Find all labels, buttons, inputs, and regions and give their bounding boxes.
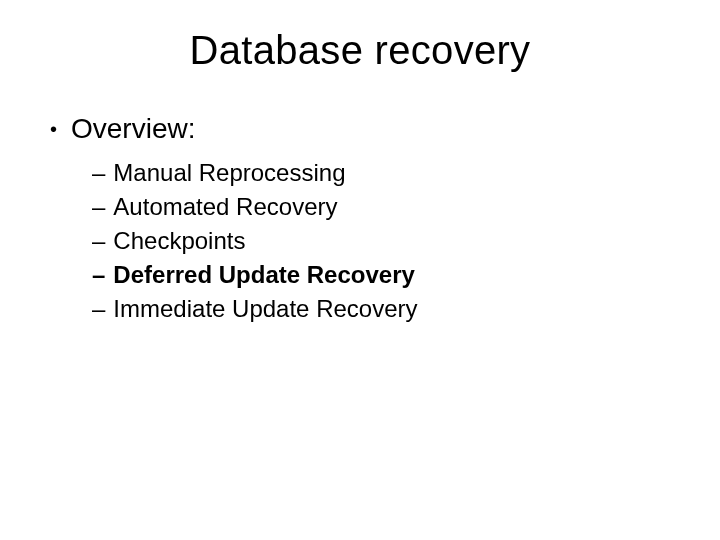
- list-item: – Manual Reprocessing: [92, 159, 670, 187]
- slide-title: Database recovery: [50, 28, 670, 73]
- list-item: – Checkpoints: [92, 227, 670, 255]
- overview-label: Overview:: [71, 113, 195, 145]
- list-item-text: Immediate Update Recovery: [113, 295, 417, 323]
- dash-icon: –: [92, 227, 105, 255]
- list-item-text: Deferred Update Recovery: [113, 261, 414, 289]
- bullet-icon: •: [50, 119, 57, 139]
- list-item-text: Checkpoints: [113, 227, 245, 255]
- list-item: – Automated Recovery: [92, 193, 670, 221]
- list-item: – Deferred Update Recovery: [92, 261, 670, 289]
- list-item-text: Automated Recovery: [113, 193, 337, 221]
- overview-heading: • Overview:: [50, 113, 670, 145]
- dash-icon: –: [92, 193, 105, 221]
- list-item: – Immediate Update Recovery: [92, 295, 670, 323]
- list-item-text: Manual Reprocessing: [113, 159, 345, 187]
- dash-icon: –: [92, 159, 105, 187]
- dash-icon: –: [92, 295, 105, 323]
- dash-icon: –: [92, 261, 105, 289]
